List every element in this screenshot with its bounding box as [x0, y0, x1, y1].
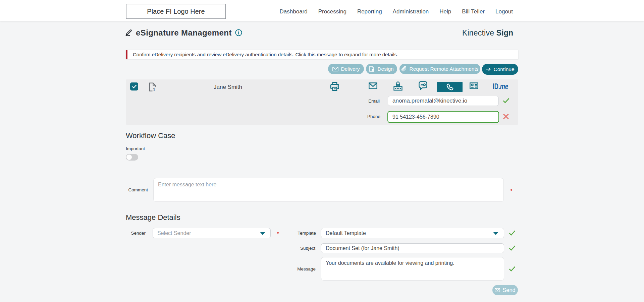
svg-text:1: 1	[153, 87, 156, 92]
